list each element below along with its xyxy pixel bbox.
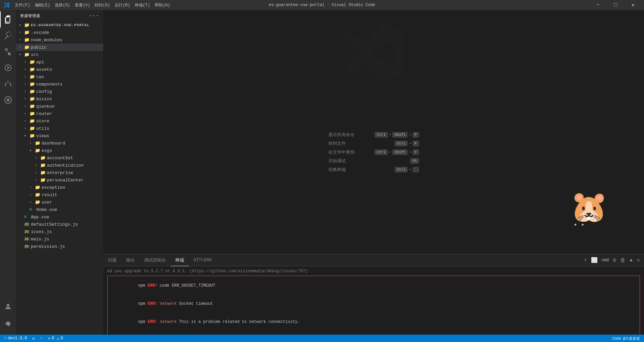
explorer-icon[interactable] (0, 11, 16, 27)
tree-item-authentication[interactable]: ›📁authentication (16, 162, 103, 169)
tab-terminal[interactable]: 终端 (171, 254, 189, 266)
terminal-body[interactable]: ed you upgrade to 3.2.7 or 4.3.1. (https… (103, 266, 644, 335)
maximize-button[interactable]: □ (608, 0, 623, 10)
folder-arrow-icon: › (30, 141, 35, 145)
shortcut-row-commands: 显示所有命令 Ctrl + Shift + P (328, 132, 419, 138)
menu-file[interactable]: 文件(F) (13, 2, 32, 8)
folder-arrow-icon: › (24, 75, 30, 79)
tree-item-icons-js[interactable]: JSicons.js (16, 228, 103, 235)
folder-icon: 📁 (40, 177, 46, 183)
warning-count: 0 (61, 336, 63, 341)
tree-item-label: user (42, 200, 103, 205)
tree-item-components[interactable]: ›📁components (16, 80, 103, 88)
publish-item[interactable]: ↑ (39, 336, 44, 341)
terminal-pre-line: ed you upgrade to 3.2.7 or 4.3.1. (https… (107, 268, 640, 274)
menu-select[interactable]: 选择(S) (53, 2, 72, 8)
status-left: ⑂ dev1.0.0 ↻ ↑ ✕ 0 △ 0 (3, 336, 64, 341)
tree-item-assets[interactable]: ›📁assets (16, 66, 103, 73)
tree-item-views[interactable]: ▾📁views (16, 132, 103, 139)
vue-icon: V (30, 208, 35, 212)
tab-problems[interactable]: 问题 (103, 254, 121, 266)
tree-item-dashboard[interactable]: ›📁dashboard (16, 139, 103, 147)
tree-item-config[interactable]: ›📁config (16, 88, 103, 95)
tree-item-router[interactable]: ›📁router (16, 110, 103, 117)
account-icon[interactable] (0, 298, 16, 315)
shortcut-keys: F5 (410, 158, 419, 164)
menu-run[interactable]: 运行(R) (113, 2, 132, 8)
source-control-icon[interactable] (0, 44, 16, 60)
status-bar: ⑂ dev1.0.0 ↻ ↑ ✕ 0 △ 0 CSDN @小皮皮皮 (0, 335, 644, 342)
tree-item-mixins[interactable]: ›📁mixins (16, 95, 103, 103)
vscode-watermark (340, 20, 407, 87)
status-right: CSDN @小皮皮皮 (610, 336, 641, 341)
new-terminal-button[interactable]: + (582, 256, 588, 264)
tree-item-utils[interactable]: ›📁utils (16, 125, 103, 132)
menu-view[interactable]: 查看(V) (73, 2, 92, 8)
tree-item-accountSet[interactable]: ›📁accountSet (16, 154, 103, 162)
tab-debug-console[interactable]: 调试控制台 (140, 254, 171, 266)
sidebar-header: 资源管理器 ··· (16, 10, 103, 21)
tree-item-user[interactable]: ›📁user (16, 198, 103, 206)
shortcut-list: 显示所有命令 Ctrl + Shift + P 转到文件 Ctrl + P (328, 132, 419, 173)
search-icon[interactable] (0, 27, 16, 44)
trash-button[interactable]: 🗑 (619, 256, 627, 264)
tree-item-esgs[interactable]: ▾📁esgs (16, 147, 103, 154)
sync-item[interactable]: ↻ (31, 336, 36, 341)
tab-gitlens[interactable]: GITLENS (189, 254, 217, 266)
tree-item-public[interactable]: ›📁public (16, 44, 103, 51)
git-branch-icon: ⑂ (4, 336, 6, 341)
terminal-list-button[interactable]: ⊞ (611, 256, 618, 264)
run-debug-icon[interactable] (0, 60, 16, 76)
tree-item-personalCenter[interactable]: ›📁personalCenter (16, 176, 103, 184)
folder-icon: 📁 (30, 81, 35, 87)
tree-item-app-vue[interactable]: VApp.vue (16, 213, 103, 221)
tab-output[interactable]: 输出 (121, 254, 140, 266)
folder-arrow-icon: › (19, 46, 24, 49)
tree-item-main-js[interactable]: JSmain.js (16, 235, 103, 243)
tree-item-result[interactable]: ›📁result (16, 191, 103, 198)
tree-item-home-vue[interactable]: VHome.vue (16, 206, 103, 213)
settings-icon[interactable] (0, 316, 16, 332)
tree-item-exception[interactable]: ›📁exception (16, 184, 103, 191)
maximize-panel-button[interactable]: ▲ (628, 256, 634, 264)
menu-edit[interactable]: 编辑(E) (33, 2, 52, 8)
folder-arrow-icon: › (35, 164, 40, 167)
editor-content: 显示所有命令 Ctrl + Shift + P 转到文件 Ctrl + P (103, 10, 644, 254)
tree-item-src[interactable]: ▾📁src (16, 51, 103, 58)
extensions-icon[interactable] (0, 76, 16, 92)
editor-area: 显示所有命令 Ctrl + Shift + P 转到文件 Ctrl + P (103, 10, 644, 335)
remote-icon[interactable] (0, 92, 16, 108)
tree-item-qiankun[interactable]: ›📁qiankun (16, 103, 103, 110)
menu-terminal[interactable]: 终端(T) (133, 2, 152, 8)
tree-item-store[interactable]: ›📁store (16, 117, 103, 125)
split-terminal-button[interactable]: ⬜ (590, 256, 599, 264)
menu-help[interactable]: 帮助(H) (153, 2, 172, 8)
tree-item-vscode[interactable]: ›📁.vscode (16, 29, 103, 36)
tree-item-node_modules[interactable]: ›📁node_modules (16, 36, 103, 44)
folder-arrow-icon: › (30, 193, 35, 197)
tree-item-label: src (31, 52, 103, 57)
errors-item[interactable]: ✕ 0 △ 0 (47, 336, 64, 341)
tree-item-api[interactable]: ›📁api (16, 58, 103, 66)
window-controls[interactable]: − □ ✕ (590, 0, 641, 10)
folder-icon: 📁 (30, 126, 35, 131)
git-branch-item[interactable]: ⑂ dev1.0.0 (3, 336, 29, 341)
folder-icon: 📁 (40, 170, 46, 175)
minimize-button[interactable]: − (590, 0, 606, 10)
folder-arrow-icon: › (24, 97, 30, 101)
key-p: P (413, 132, 419, 137)
tree-item-enterprise[interactable]: ›📁enterprise (16, 169, 103, 176)
menu-goto[interactable]: 转到(G) (93, 2, 112, 8)
tree-root-folder[interactable]: ▾ 📁 ES-GUARANTEE-VUE-PORTAL (16, 21, 103, 29)
terminal-name: cmd (600, 257, 610, 263)
vscode-icon (3, 2, 10, 8)
shortcut-label: 在文件中查找 (328, 149, 355, 155)
key-shift: Shift (392, 150, 408, 155)
close-button[interactable]: ✕ (625, 0, 641, 10)
tree-item-cas[interactable]: ›📁cas (16, 73, 103, 80)
close-panel-button[interactable]: ✕ (635, 256, 641, 264)
sidebar-more-button[interactable]: ··· (89, 13, 99, 19)
tree-item-defaultSettings-js[interactable]: JSdefaultSettings.js (16, 221, 103, 228)
tree-item-permission-js[interactable]: JSpermission.js (16, 243, 103, 250)
menu-bar[interactable]: 文件(F) 编辑(E) 选择(S) 查看(V) 转到(G) 运行(R) 终端(T… (13, 2, 172, 8)
